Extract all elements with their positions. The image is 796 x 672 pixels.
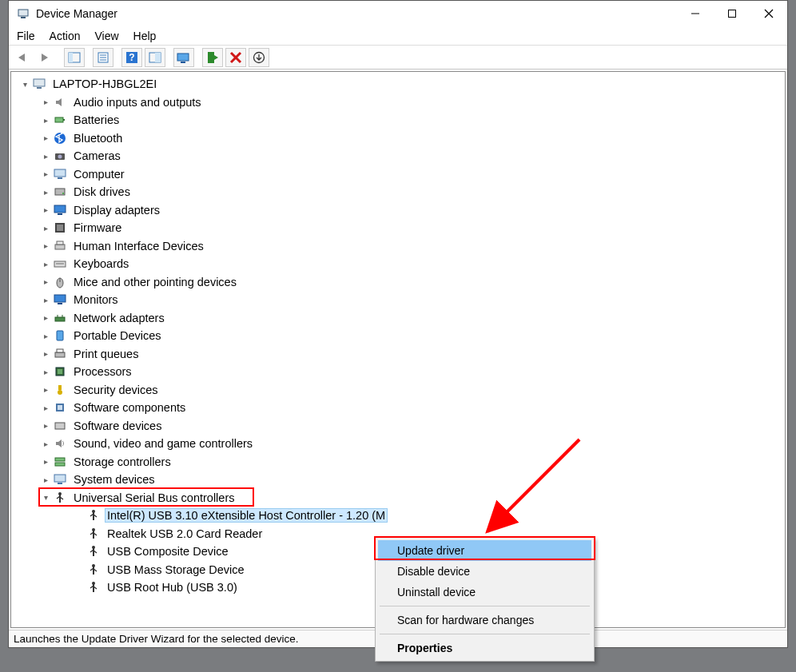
tree-category[interactable]: ▸Audio inputs and outputs — [16, 93, 785, 112]
tree-category-label: Computer — [72, 168, 126, 181]
chevron-right-icon[interactable]: ▸ — [40, 97, 51, 108]
ctx-properties[interactable]: Properties — [378, 638, 591, 658]
tree-category[interactable]: ▸Software components — [16, 399, 785, 417]
tree-category[interactable]: ▸ Cameras — [16, 147, 785, 165]
close-button[interactable] — [750, 1, 787, 26]
tree-category-usb[interactable]: ▾ Universal Serial Bus controllers — [16, 489, 785, 507]
tree-category[interactable]: ▸Keyboards — [16, 255, 785, 273]
tree-category[interactable]: ▸Network adapters — [16, 309, 785, 328]
tree-category[interactable]: ▸Firmware — [16, 219, 785, 237]
tree-category[interactable]: ▸Disk drives — [16, 183, 785, 201]
tree-category-label: Print queues — [72, 348, 140, 360]
ctx-uninstall-device[interactable]: Uninstall device — [378, 582, 591, 602]
maximize-button[interactable] — [714, 1, 750, 26]
tree-category-label: Storage controllers — [72, 455, 173, 468]
help-button[interactable]: ? — [121, 48, 142, 67]
tree-category[interactable]: ▸Monitors — [16, 291, 785, 309]
chevron-right-icon[interactable]: ▸ — [40, 186, 51, 197]
menu-action[interactable]: Action — [50, 30, 81, 42]
show-hide-tree-button[interactable] — [64, 48, 85, 67]
tree-category[interactable]: ▸Print queues — [16, 345, 785, 364]
back-button[interactable] — [12, 48, 33, 67]
chevron-right-icon[interactable]: ▸ — [40, 258, 51, 269]
ctx-disable-device[interactable]: Disable device — [378, 561, 591, 582]
menu-file[interactable]: File — [17, 30, 35, 42]
tree-category[interactable]: ▸Mice and other pointing devices — [16, 273, 785, 292]
chevron-right-icon[interactable]: ▸ — [40, 241, 51, 252]
svg-rect-52 — [58, 369, 62, 374]
chevron-right-icon[interactable]: ▸ — [40, 276, 51, 288]
ctx-scan-hardware[interactable]: Scan for hardware changes — [378, 610, 591, 630]
tree-category-label: System devices — [72, 473, 157, 486]
svg-rect-38 — [57, 241, 63, 245]
chevron-right-icon[interactable]: ▸ — [40, 348, 51, 360]
chevron-right-icon[interactable]: ▸ — [40, 169, 51, 180]
chevron-right-icon[interactable]: ▸ — [40, 420, 51, 431]
chevron-down-icon[interactable]: ▾ — [40, 492, 51, 503]
menu-view[interactable]: View — [94, 30, 118, 42]
device-category-icon — [53, 239, 67, 253]
svg-rect-71 — [93, 567, 94, 575]
tree-category[interactable]: ▸Security devices — [16, 381, 785, 400]
chevron-right-icon[interactable]: ▸ — [40, 402, 51, 413]
chevron-right-icon[interactable]: ▸ — [40, 205, 51, 216]
tree-root[interactable]: ▾ LAPTOP-HJBGL2EI — [16, 75, 785, 93]
status-text: Launches the Update Driver Wizard for th… — [14, 633, 298, 645]
tree-category[interactable]: ▸Storage controllers — [16, 453, 785, 471]
tree-category[interactable]: ▸Sound, video and game controllers — [16, 435, 785, 453]
titlebar: Device Manager — [9, 1, 787, 26]
enable-device-button[interactable] — [202, 48, 223, 67]
chevron-right-icon[interactable]: ▸ — [40, 312, 51, 324]
chevron-right-icon[interactable]: ▸ — [40, 294, 51, 305]
device-category-icon — [53, 167, 67, 181]
tree-category[interactable]: ▸Software devices — [16, 417, 785, 435]
svg-rect-44 — [58, 303, 62, 304]
chevron-right-icon[interactable]: ▸ — [40, 474, 51, 485]
chevron-right-icon[interactable]: ▸ — [40, 366, 51, 377]
device-tree[interactable]: ▾ LAPTOP-HJBGL2EI ▸Audio inputs and outp… — [11, 72, 785, 597]
chevron-right-icon[interactable]: ▸ — [40, 133, 51, 144]
uninstall-device-button[interactable] — [225, 48, 246, 67]
chevron-right-icon[interactable]: ▸ — [40, 222, 51, 233]
update-driver-button[interactable] — [249, 48, 269, 67]
minimize-button[interactable] — [677, 1, 714, 26]
tree-category[interactable]: ▸Human Interface Devices — [16, 237, 785, 256]
menu-help[interactable]: Help — [133, 30, 157, 42]
chevron-down-icon[interactable]: ▾ — [19, 78, 30, 89]
ctx-separator — [380, 606, 590, 606]
tree-category[interactable]: ▸Portable Devices — [16, 327, 785, 345]
forward-button[interactable] — [35, 48, 56, 67]
ctx-uninstall-device-label: Uninstall device — [397, 586, 476, 598]
tree-root-label: LAPTOP-HJBGL2EI — [51, 78, 158, 90]
tree-category[interactable]: ▸Batteries — [16, 111, 785, 129]
svg-rect-56 — [58, 405, 62, 410]
tree-category[interactable]: ▸Computer — [16, 165, 785, 184]
chevron-right-icon[interactable]: ▸ — [40, 114, 51, 125]
svg-rect-29 — [54, 169, 66, 177]
tree-category-label: Human Interface Devices — [72, 240, 205, 252]
device-category-icon — [53, 256, 67, 271]
properties-button[interactable] — [93, 48, 113, 67]
tree-category-label: Sound, video and game controllers — [72, 437, 254, 450]
tree-category[interactable]: ▸Bluetooth — [16, 129, 785, 148]
usb-icon — [86, 508, 101, 523]
device-category-icon — [53, 328, 67, 343]
tree-category[interactable]: ▸System devices — [16, 471, 785, 489]
chevron-right-icon[interactable]: ▸ — [40, 384, 51, 396]
device-category-icon — [53, 221, 67, 235]
chevron-right-icon[interactable]: ▸ — [40, 150, 51, 161]
svg-rect-33 — [54, 205, 66, 213]
device-category-icon — [53, 364, 67, 379]
svg-rect-34 — [58, 213, 62, 215]
ctx-update-driver[interactable]: Update driver — [378, 540, 591, 561]
scan-hardware-button[interactable] — [173, 48, 194, 67]
tree-device-selected[interactable]: Intel(R) USB 3.10 eXtensible Host Contro… — [16, 507, 785, 525]
chevron-right-icon[interactable]: ▸ — [40, 438, 51, 449]
chevron-right-icon[interactable]: ▸ — [40, 456, 51, 467]
action-toolbar-button[interactable] — [145, 48, 165, 67]
chevron-right-icon[interactable]: ▸ — [40, 330, 51, 341]
tree-category[interactable]: ▸Processors — [16, 363, 785, 381]
tree-category[interactable]: ▸Display adapters — [16, 201, 785, 220]
device-category-icon — [53, 203, 67, 217]
device-category-icon — [53, 275, 67, 289]
